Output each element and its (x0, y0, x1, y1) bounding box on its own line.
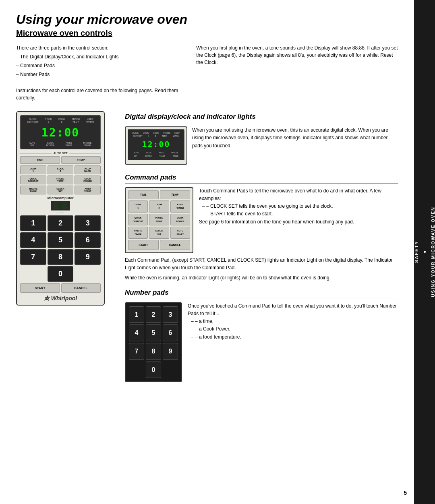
num-btn-4[interactable]: 4 (20, 232, 46, 248)
num-panel-row-1: 1 2 3 (129, 306, 178, 323)
med-keepwarm-btn[interactable]: KEEPWARM (170, 200, 190, 213)
small-label-keep: KEEP (174, 131, 180, 134)
quick-defrost-button[interactable]: QUICKDEFROST (20, 176, 46, 184)
med-defrost-btn[interactable]: QUICKDEFROST (128, 214, 148, 226)
small-display-labels-top2: DEFROST 1 2 TEMP WARM (130, 134, 182, 138)
num-list: – a time, – a Cook Power, – a food tempe… (191, 318, 398, 341)
med-timer-row: MINUTETIMER CLOCKSET AUTOSTART (128, 227, 190, 239)
small-bot-cook: COOK (146, 151, 151, 154)
num-btn-9[interactable]: 9 (75, 249, 101, 265)
start-button[interactable]: START (20, 283, 60, 293)
np-btn-0[interactable]: 0 (146, 361, 161, 378)
np-btn-6[interactable]: 6 (163, 324, 178, 341)
small-clock: 12:00 (130, 138, 182, 151)
time-button[interactable]: TIME (20, 156, 60, 164)
intro-text: There are three parts in the control sec… (16, 44, 184, 52)
whirlpool-logo: ⛤ Whirlpool (20, 295, 101, 302)
num-btn-1[interactable]: 1 (20, 215, 46, 231)
cook-power-button[interactable]: COOKPOWER (75, 176, 101, 184)
display-clock: 12:00 (24, 124, 97, 141)
num-btn-0[interactable]: 0 (48, 266, 74, 282)
med-cook1-btn[interactable]: COOK1 (128, 200, 148, 213)
cmd-section-text: Touch Command Pads to tell the microwave… (199, 187, 398, 226)
med-cookpower-btn[interactable]: COOKPOWER (170, 214, 190, 226)
small-label-quick: QUICK (132, 131, 139, 134)
display-area: QUICKDEFROST COOK1 COOK2 PROBETEMP KEEPW… (20, 115, 101, 149)
num-desc: Once you've touched a Command Pad to tel… (188, 302, 398, 341)
np-btn-9[interactable]: 9 (163, 343, 178, 360)
small-label-2: 2 (155, 134, 156, 138)
page-number: 5 (404, 490, 407, 496)
intro-right-text: When you first plug in the oven, a tone … (196, 44, 398, 66)
auto-set-bar: AUTO SET (20, 152, 101, 155)
command-pads-title: Command pads (125, 172, 398, 184)
small-bot-minute: MINUTE (172, 151, 178, 154)
small-bot-start: START (160, 155, 165, 158)
med-mintimer-btn[interactable]: MINUTETIMER (128, 227, 148, 239)
cmd-list: – CLOCK SET tells the oven you are going… (202, 202, 398, 218)
minute-timer-button[interactable]: MINUTETIMER (20, 186, 46, 194)
temp-button[interactable]: TEMP (61, 156, 101, 164)
small-label-1: 1 (148, 134, 149, 138)
probe-temp-button[interactable]: PROBETEMP (48, 176, 74, 184)
label-quick-defrost: QUICKDEFROST (27, 118, 39, 124)
small-panel: QUICK COOK COOK PROBE KEEP DEFROST 1 2 T… (125, 126, 187, 164)
micro-digit-1 (54, 202, 59, 209)
num-item-1: – a time, (191, 318, 398, 325)
intro-item-3: – Number Pads (16, 71, 184, 78)
intro-right: When you first plug in the oven, a tone … (196, 44, 398, 103)
cook1-button[interactable]: COOK1 (20, 165, 46, 174)
num-btn-8[interactable]: 8 (48, 249, 74, 265)
small-label-cook2: COOK (153, 131, 159, 134)
command-pads-section: Command pads TIME TEMP COOK1 COOK2 KEEPW… (125, 172, 398, 282)
num-btn-2[interactable]: 2 (48, 215, 74, 231)
sidebar-section: USING YOUR MICROWAVE OVEN (431, 207, 435, 297)
np-btn-4[interactable]: 4 (129, 324, 144, 341)
page-title: Using your microwave oven (16, 12, 398, 27)
med-time-btn[interactable]: TIME (128, 190, 159, 199)
np-btn-5[interactable]: 5 (146, 324, 161, 341)
intro-item-2: – Command Pads (16, 62, 184, 69)
np-btn-3[interactable]: 3 (163, 306, 178, 323)
intro-left: There are three parts in the control sec… (16, 44, 184, 103)
np-btn-2[interactable]: 2 (146, 306, 161, 323)
cancel-button[interactable]: CANCEL (61, 283, 101, 293)
np-btn-7[interactable]: 7 (129, 343, 144, 360)
label-cook1: COOK1 (45, 118, 52, 124)
np-btn-8[interactable]: 8 (146, 343, 161, 360)
num-btn-5[interactable]: 5 (48, 232, 74, 248)
body-layout: QUICKDEFROST COOK1 COOK2 PROBETEMP KEEPW… (16, 111, 398, 382)
med-clockset-btn[interactable]: CLOCKSET (149, 227, 169, 239)
med-probe-btn[interactable]: PROBETEMP (149, 214, 169, 226)
small-bot-auto2: AUTO (159, 151, 164, 154)
med-cook2-btn[interactable]: COOK2 (149, 200, 169, 213)
num-btn-3[interactable]: 3 (75, 215, 101, 231)
med-start-btn[interactable]: START (128, 240, 159, 250)
num-row-0: 0 (20, 266, 101, 282)
cook2-button[interactable]: COOK2 (48, 165, 74, 174)
num-btn-6[interactable]: 6 (75, 232, 101, 248)
num-btn-7[interactable]: 7 (20, 249, 46, 265)
page-subtitle: Microwave oven controls (16, 29, 398, 38)
num-item-2: – a Cook Power, (191, 325, 398, 333)
command-pads-content: TIME TEMP COOK1 COOK2 KEEPWARM QUICKDEFR… (125, 187, 398, 253)
num-panel-row-2: 4 5 6 (129, 324, 178, 341)
sidebar-safety: SAFETY (414, 241, 419, 263)
med-autostart-btn[interactable]: AUTOSTART (170, 227, 190, 239)
auto-start-button[interactable]: AUTOSTART (75, 186, 101, 194)
cmd-note2: While the oven is running, an Indicator … (125, 274, 398, 282)
med-panel: TIME TEMP COOK1 COOK2 KEEPWARM QUICKDEFR… (125, 187, 193, 253)
main-content: Using your microwave oven Microwave oven… (0, 0, 414, 504)
small-label-cook1: COOK (143, 131, 149, 134)
med-temp-btn[interactable]: TEMP (160, 190, 191, 199)
small-display-labels-top: QUICK COOK COOK PROBE KEEP (130, 131, 182, 134)
med-cancel-btn[interactable]: CANCEL (160, 240, 191, 250)
label-minute-timer: MINUTETIMER (83, 142, 91, 147)
num-panel-row-3: 7 8 9 (129, 343, 178, 360)
cook-row: COOK1 COOK2 KEEPWARM (20, 165, 101, 174)
small-label-probe: PROBE (163, 131, 170, 134)
clock-set-button[interactable]: CLOCKSET (48, 186, 74, 194)
keep-warm-button[interactable]: KEEPWARM (75, 165, 101, 174)
small-label-temp: TEMP (162, 134, 167, 138)
np-btn-1[interactable]: 1 (129, 306, 144, 323)
